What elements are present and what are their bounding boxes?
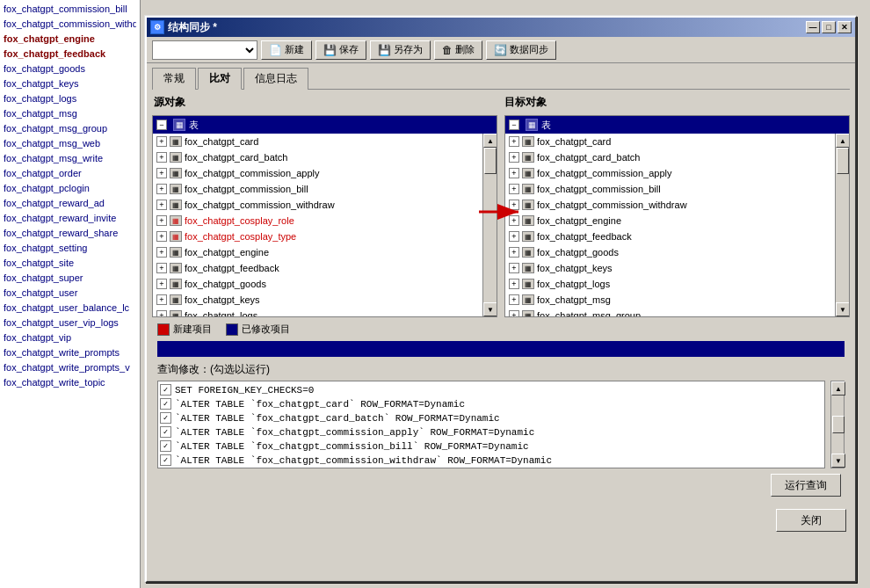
minimize-button[interactable]: — [806,21,820,33]
expand-icon[interactable]: + [156,310,167,316]
tab-compare[interactable]: 比对 [198,68,242,90]
tree-node[interactable]: + ▦ fox_chatgpt_cosplay_role [153,213,497,229]
list-item[interactable]: fox_chatgpt_msg [4,106,136,121]
expand-icon[interactable]: + [156,136,167,147]
query-checkbox[interactable]: ✓ [160,398,171,410]
tree-node[interactable]: + ▦ fox_chatgpt_card_batch [153,149,497,165]
list-item[interactable]: fox_chatgpt_logs [4,91,136,106]
query-checkbox[interactable]: ✓ [160,440,171,452]
expand-icon[interactable]: + [156,200,167,210]
tree-node[interactable]: + ▦ fox_chatgpt_commission_withdraw [505,197,849,213]
tree-node[interactable]: + ▦ fox_chatgpt_goods [505,244,849,260]
list-item[interactable]: fox_chatgpt_keys [4,76,136,91]
query-scroll-up[interactable]: ▲ [831,381,845,396]
tree-node[interactable]: + ▦ fox_chatgpt_card [153,134,497,149]
tree-node[interactable]: + ▦ fox_chatgpt_msg_group [505,308,849,316]
tree-node[interactable]: + ▦ fox_chatgpt_feedback [505,229,849,244]
list-item[interactable]: fox_chatgpt_feedback [4,47,136,62]
scroll-up[interactable]: ▲ [836,134,850,148]
tree-node[interactable]: + ▦ fox_chatgpt_feedback [153,260,497,276]
list-item[interactable]: fox_chatgpt_user_vip_logs [4,316,136,330]
query-scroll-down[interactable]: ▼ [831,454,845,468]
tab-log[interactable]: 信息日志 [243,68,308,90]
list-item[interactable]: fox_chatgpt_user [4,286,136,301]
tree-node[interactable]: + ▦ fox_chatgpt_card [505,134,849,149]
tree-node[interactable]: + ▦ fox_chatgpt_msg [505,292,849,308]
tree-node[interactable]: + ▦ fox_chatgpt_engine [153,244,497,260]
expand-icon[interactable]: + [156,215,167,226]
list-item[interactable]: fox_chatgpt_reward_share [4,226,136,241]
expand-icon[interactable]: + [156,294,167,305]
tab-general[interactable]: 常规 [152,68,196,90]
expand-icon[interactable]: + [156,231,167,242]
list-item[interactable]: fox_chatgpt_commission_withdraw [4,17,136,32]
expand-icon[interactable]: + [509,231,519,242]
expand-icon[interactable]: + [156,263,167,273]
list-item[interactable]: fox_chatgpt_msg_group [4,121,136,136]
query-scrollbar[interactable]: ▲ ▼ [830,381,845,468]
expand-icon[interactable]: + [156,247,167,258]
save-button[interactable]: 💾 保存 [315,40,366,60]
list-item[interactable]: fox_chatgpt_reward_ad [4,196,136,211]
maximize-button[interactable]: □ [822,21,836,33]
list-item[interactable]: fox_chatgpt_write_prompts [4,345,136,360]
tree-node[interactable]: + ▦ fox_chatgpt_goods [153,276,497,292]
close-dialog-button[interactable]: 关闭 [776,509,846,532]
list-item[interactable]: fox_chatgpt_vip [4,330,136,345]
expand-icon[interactable]: + [509,200,519,210]
delete-button[interactable]: 🗑 删除 [434,40,482,60]
expand-icon[interactable]: + [509,168,519,178]
list-item[interactable]: fox_chatgpt_commission_bill [4,2,136,17]
tree-node[interactable]: + ▦ fox_chatgpt_keys [153,292,497,308]
tree-node[interactable]: + ▦ fox_chatgpt_card_batch [505,149,849,165]
run-query-button[interactable]: 运行查询 [771,474,841,497]
tree-node[interactable]: + ▦ fox_chatgpt_cosplay_type [153,229,497,244]
tree-node[interactable]: + ▦ fox_chatgpt_logs [153,308,497,316]
query-checkbox[interactable]: ✓ [160,454,171,466]
tree-node[interactable]: + ▦ fox_chatgpt_commission_bill [153,181,497,197]
query-checkbox[interactable]: ✓ [160,384,171,396]
tree-node[interactable]: + ▦ fox_chatgpt_keys [505,260,849,276]
scroll-thumb[interactable] [484,148,497,174]
list-item[interactable]: fox_chatgpt_msg_web [4,136,136,151]
source-scrollbar[interactable]: ▲ ▼ [482,134,497,316]
list-item[interactable]: fox_chatgpt_reward_invite [4,211,136,226]
expand-icon[interactable]: + [156,168,167,178]
target-tree-body[interactable]: + ▦ fox_chatgpt_card + ▦ fox_chatgpt_car… [505,134,849,316]
toolbar-select[interactable] [152,40,257,60]
list-item[interactable]: fox_chatgpt_goods [4,62,136,76]
list-item[interactable]: fox_chatgpt_write_prompts_v [4,360,136,375]
tree-node[interactable]: + ▦ fox_chatgpt_logs [505,276,849,292]
expand-icon[interactable]: + [509,263,519,273]
tree-node[interactable]: + ▦ fox_chatgpt_commission_apply [153,165,497,181]
expand-icon[interactable]: + [509,152,519,163]
new-button[interactable]: 📄 新建 [261,40,312,60]
tree-node[interactable]: + ▦ fox_chatgpt_engine [505,213,849,229]
tree-node[interactable]: + ▦ fox_chatgpt_commission_withdraw [153,197,497,213]
expand-icon[interactable]: + [156,152,167,163]
list-item[interactable]: fox_chatgpt_write_topic [4,375,136,390]
scroll-up[interactable]: ▲ [483,134,497,148]
target-collapse-btn[interactable]: − [509,120,519,130]
source-tree-body[interactable]: + ▦ fox_chatgpt_card + ▦ fox_chatgpt_car… [153,134,497,316]
expand-icon[interactable]: + [509,215,519,226]
list-item[interactable]: fox_chatgpt_engine [4,32,136,47]
query-box[interactable]: ✓ SET FOREIGN_KEY_CHECKS=0 ✓ `ALTER TABL… [157,381,825,468]
expand-icon[interactable]: + [509,136,519,147]
expand-icon[interactable]: + [509,310,519,316]
close-button[interactable]: ✕ [837,21,852,33]
save-as-button[interactable]: 💾 另存为 [370,40,431,60]
scroll-down[interactable]: ▼ [836,302,850,316]
source-collapse-btn[interactable]: − [156,120,167,130]
list-item[interactable]: fox_chatgpt_msg_write [4,151,136,166]
query-scroll-thumb[interactable] [832,416,845,433]
list-item[interactable]: fox_chatgpt_order [4,166,136,181]
expand-icon[interactable]: + [509,247,519,258]
expand-icon[interactable]: + [509,279,519,289]
list-item[interactable]: fox_chatgpt_site [4,256,136,271]
tree-node[interactable]: + ▦ fox_chatgpt_commission_apply [505,165,849,181]
list-item[interactable]: fox_chatgpt_user_balance_lc [4,301,136,316]
scroll-thumb[interactable] [837,148,849,174]
target-scrollbar[interactable]: ▲ ▼ [835,134,849,316]
list-item[interactable]: fox_chatgpt_setting [4,241,136,256]
